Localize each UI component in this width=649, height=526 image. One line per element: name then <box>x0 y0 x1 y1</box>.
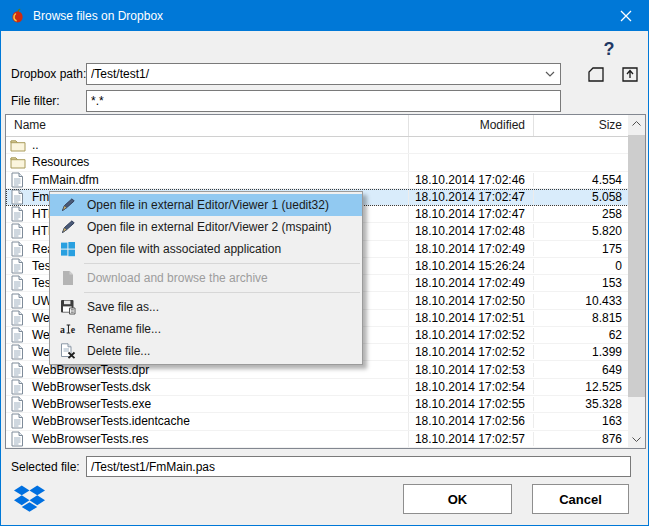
file-name: .. <box>32 138 39 152</box>
file-name: WebBrowserTests.res <box>32 432 148 446</box>
file-icon <box>10 396 28 412</box>
column-header-size[interactable]: Size <box>534 115 628 136</box>
cancel-button[interactable]: Cancel <box>532 484 629 514</box>
editor-pen-icon <box>60 219 76 235</box>
size-cell: 153 <box>534 276 628 290</box>
svg-text:e: e <box>71 324 76 335</box>
scroll-up-button[interactable] <box>628 115 645 132</box>
folder-icon <box>10 154 28 170</box>
scroll-down-button[interactable] <box>628 431 645 448</box>
menu-item[interactable]: Delete file... <box>50 340 362 362</box>
file-name-cell: Resources <box>6 154 409 170</box>
size-cell: 1.399 <box>534 345 628 359</box>
table-row[interactable]: WebBrowserTests.exe18.10.2014 17:02:5535… <box>6 396 645 413</box>
table-row[interactable]: Resources <box>6 154 645 171</box>
column-header-modified[interactable]: Modified <box>409 115 534 136</box>
file-name: FmMain.dfm <box>32 173 99 187</box>
file-icon <box>10 275 28 291</box>
modified-cell: 18.10.2014 17:02:49 <box>409 276 534 290</box>
file-icon <box>10 431 28 447</box>
file-filter-input[interactable] <box>86 90 561 112</box>
modified-cell: 18.10.2014 17:02:51 <box>409 311 534 325</box>
new-folder-button[interactable] <box>583 62 609 86</box>
size-cell: 876 <box>534 432 628 446</box>
file-icon <box>10 241 28 257</box>
table-row[interactable]: WebBrowserTests.res18.10.2014 17:02:5787… <box>6 431 645 448</box>
file-name-cell: .. <box>6 137 409 153</box>
archive-page-icon <box>60 270 76 286</box>
modified-cell: 18.10.2014 17:02:47 <box>409 190 534 204</box>
file-icon <box>10 172 28 188</box>
modified-cell: 18.10.2014 17:02:47 <box>409 207 534 221</box>
dropbox-path-input[interactable] <box>87 64 540 84</box>
menu-item[interactable]: Open file with associated application <box>50 238 362 260</box>
close-button[interactable] <box>603 1 648 31</box>
dropdown-button[interactable] <box>540 64 560 84</box>
dropbox-path-combobox <box>86 63 561 85</box>
size-cell: 62 <box>534 328 628 342</box>
table-row[interactable]: FmMain.dfm18.10.2014 17:02:464.554 <box>6 172 645 189</box>
menu-item[interactable]: Open file in external Editor/Viewer 1 (u… <box>50 194 362 216</box>
file-name: Resources <box>32 155 89 169</box>
file-name-cell: WebBrowserTests.identcache <box>6 413 409 429</box>
ok-button[interactable]: OK <box>403 484 512 514</box>
rename-icon: ae <box>60 321 76 337</box>
menu-item-label: Download and browse the archive <box>87 271 268 285</box>
file-icon <box>10 344 28 360</box>
file-icon <box>10 258 28 274</box>
modified-cell: 18.10.2014 17:02:55 <box>409 397 534 411</box>
size-cell: 5.058 <box>534 190 628 204</box>
file-name: WebBrowserTests.dsk <box>32 380 150 394</box>
help-button[interactable]: ? <box>597 37 621 61</box>
new-folder-icon <box>586 65 606 84</box>
folder-icon <box>10 137 28 153</box>
menu-separator <box>84 263 360 264</box>
menu-item[interactable]: aeRename file... <box>50 318 362 340</box>
windows-logo-icon <box>60 241 76 257</box>
scroll-up-icon <box>632 121 641 126</box>
menu-item-label: Delete file... <box>87 344 150 358</box>
file-name: WebBrowserTests.identcache <box>32 414 190 428</box>
scrollbar-thumb[interactable] <box>628 135 645 397</box>
menu-item-label: Save file as... <box>87 300 159 314</box>
modified-cell: 18.10.2014 17:02:49 <box>409 242 534 256</box>
file-icon <box>10 310 28 326</box>
menu-item[interactable]: Open file in external Editor/Viewer 2 (m… <box>50 216 362 238</box>
file-icon <box>10 293 28 309</box>
column-header-name[interactable]: Name <box>6 115 409 136</box>
file-icon <box>10 189 28 205</box>
file-name: WebBrowserTests.exe <box>32 397 151 411</box>
floppy-save-icon <box>60 299 76 315</box>
file-name-cell: WebBrowserTests.dsk <box>6 379 409 395</box>
context-menu: Open file in external Editor/Viewer 1 (u… <box>49 191 363 365</box>
size-cell: 4.554 <box>534 173 628 187</box>
table-row[interactable]: WebBrowserTests.identcache18.10.2014 17:… <box>6 413 645 430</box>
scroll-down-icon <box>632 437 641 442</box>
modified-cell: 18.10.2014 17:02:50 <box>409 294 534 308</box>
file-icon <box>10 206 28 222</box>
selected-file-input[interactable] <box>86 456 631 477</box>
dropbox-path-label: Dropbox path: <box>11 67 86 81</box>
menu-item: Download and browse the archive <box>50 267 362 289</box>
delete-file-icon <box>60 343 76 359</box>
folder-up-icon <box>620 65 640 84</box>
size-cell: 10.433 <box>534 294 628 308</box>
menu-item[interactable]: Save file as... <box>50 296 362 318</box>
file-icon <box>10 413 28 429</box>
file-icon <box>10 327 28 343</box>
table-row[interactable]: .. <box>6 137 645 154</box>
parent-folder-button[interactable] <box>617 62 643 86</box>
file-icon <box>10 223 28 239</box>
vertical-scrollbar[interactable] <box>628 115 645 448</box>
menu-separator <box>84 292 360 293</box>
size-cell: 175 <box>534 242 628 256</box>
file-name-cell: WebBrowserTests.res <box>6 431 409 447</box>
modified-cell: 18.10.2014 17:02:57 <box>409 432 534 446</box>
modified-cell: 18.10.2014 17:02:54 <box>409 380 534 394</box>
modified-cell: 18.10.2014 17:02:48 <box>409 224 534 238</box>
file-name-cell: WebBrowserTests.exe <box>6 396 409 412</box>
menu-item-label: Open file in external Editor/Viewer 1 (u… <box>87 198 329 212</box>
titlebar[interactable]: Browse files on Dropbox <box>1 1 648 31</box>
table-row[interactable]: WebBrowserTests.dsk18.10.2014 17:02:5412… <box>6 379 645 396</box>
size-cell: 12.525 <box>534 380 628 394</box>
